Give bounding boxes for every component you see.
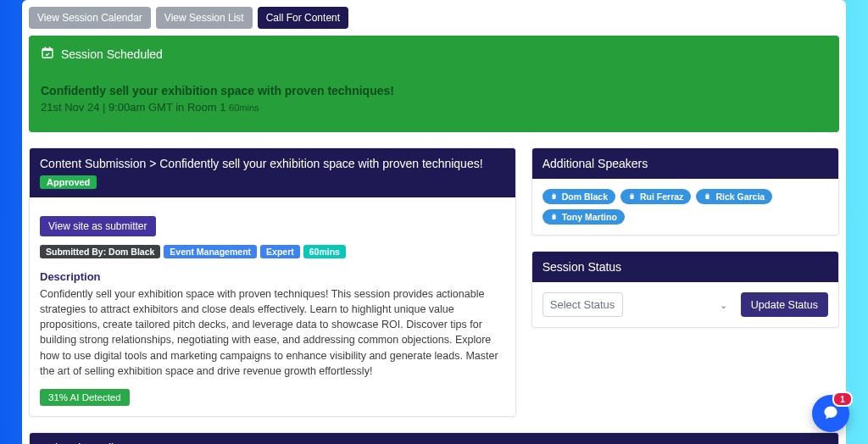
additional-speakers-header: Additional Speakers <box>532 148 838 179</box>
trash-icon <box>628 191 636 202</box>
trash-icon <box>704 191 711 202</box>
speaker-name: Tony Martino <box>562 212 617 222</box>
speaker-chip[interactable]: Dom Black <box>542 189 615 204</box>
view-as-submitter-button[interactable]: View site as submitter <box>40 216 156 236</box>
tab-list[interactable]: View Session List <box>156 7 253 29</box>
speaker-chip[interactable]: Rui Ferraz <box>620 189 691 204</box>
chat-widget-button[interactable]: 1 <box>812 395 849 432</box>
scheduled-session-title: Confidently sell your exhibition space w… <box>41 84 827 97</box>
trash-icon <box>550 191 558 202</box>
speaker-name: Rick Garcia <box>715 191 765 202</box>
session-scheduled-label: Session Scheduled <box>61 47 163 61</box>
related-emails-card: Related Emails No emails are currently i… <box>29 432 839 444</box>
svg-rect-2 <box>45 47 46 49</box>
trash-icon <box>550 212 558 222</box>
status-select[interactable]: Select Status <box>542 292 623 317</box>
speaker-name: Dom Black <box>562 191 608 202</box>
speaker-chip[interactable]: Rick Garcia <box>696 189 772 204</box>
content-submission-card: Content Submission > Confidently sell yo… <box>29 147 516 417</box>
duration-tag: 60mins <box>303 245 346 258</box>
related-emails-header: Related Emails <box>30 433 838 444</box>
chevron-down-icon: ⌄ <box>720 299 727 310</box>
speaker-chip-row: Dom Black Rui Ferraz Rick Garcia <box>542 189 828 225</box>
session-status-header: Session Status <box>532 252 838 282</box>
submitted-by-tag: Submitted By: Dom Black <box>40 245 160 258</box>
svg-rect-1 <box>42 48 53 51</box>
scheduled-session-time: 21st Nov 24 | 9:00am GMT in Room 1 60min… <box>41 101 827 114</box>
additional-speakers-card: Additional Speakers Dom Black Rui Ferraz <box>531 147 839 236</box>
top-tabs: View Session Calendar View Session List … <box>29 7 839 29</box>
content-submission-header: Content Submission > Confidently sell yo… <box>30 148 515 197</box>
tab-calendar[interactable]: View Session Calendar <box>29 7 151 29</box>
description-text: Confidently sell your exhibition space w… <box>40 286 505 379</box>
speaker-chip[interactable]: Tony Martino <box>542 209 625 225</box>
description-heading: Description <box>40 270 505 283</box>
svg-rect-3 <box>49 47 50 49</box>
calendar-event-icon <box>41 46 54 62</box>
chat-unread-badge: 1 <box>832 391 853 407</box>
tab-call-for-content[interactable]: Call For Content <box>258 7 348 29</box>
chat-icon <box>822 404 839 424</box>
content-submission-breadcrumb: Content Submission > Confidently sell yo… <box>40 157 505 170</box>
update-status-button[interactable]: Update Status <box>741 292 828 317</box>
topic-tag: Event Management <box>164 245 257 258</box>
session-scheduled-banner: Session Scheduled Confidently sell your … <box>29 36 839 132</box>
approved-badge: Approved <box>40 175 97 189</box>
level-tag: Expert <box>260 245 300 258</box>
session-status-card: Session Status Select Status ⌄ Update St… <box>531 251 839 328</box>
speaker-name: Rui Ferraz <box>640 191 683 202</box>
ai-detected-badge: 31% AI Detected <box>40 389 130 406</box>
